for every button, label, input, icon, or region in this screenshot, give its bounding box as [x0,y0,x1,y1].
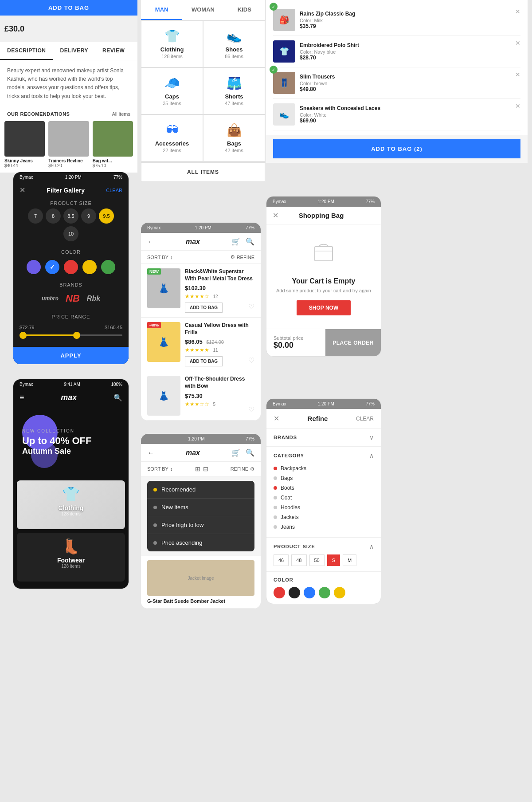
rf-size-m[interactable]: M [343,554,356,566]
sort-cart-icon[interactable]: 🛒 [231,448,240,457]
filter-close-icon[interactable]: ✕ [20,186,25,194]
rec-item-2[interactable]: Bag wit... $75.10 [93,121,133,168]
list-view-icon[interactable]: ⊟ [203,465,208,472]
add-to-bag-1[interactable]: ADD TO BAG [185,356,223,366]
sort-option-1[interactable]: New items [147,499,254,516]
recommendations-all-link[interactable]: All items [112,111,130,117]
cart-item-3[interactable]: 👟 Sneakers with Concealed Laces Color: W… [273,99,520,130]
rf-color-blue[interactable] [304,587,315,598]
range-thumb-left[interactable] [20,332,27,339]
gender-tab-woman[interactable]: WOMAN [182,0,223,20]
category-accessories[interactable]: 🕶 Accessories 22 items [141,115,203,161]
place-order-button[interactable]: PLACE ORDER [325,329,381,356]
rec-item-0[interactable]: Skinny Jeans $40.44 [4,121,45,168]
gender-tab-man[interactable]: MAN [141,0,182,20]
collection-search-icon[interactable]: 🔍 [113,393,122,402]
sort-back-icon[interactable]: ← [147,449,154,457]
filter-clear-button[interactable]: CLEAR [106,188,122,193]
brand-nb[interactable]: NB [66,293,80,304]
bomber-product-card[interactable]: Jacket image G-Star Batt Suede Bomber Ja… [141,556,261,609]
rf-clear-button[interactable]: CLEAR [356,416,374,422]
add-to-bag-0[interactable]: ADD TO BAG [185,303,223,313]
category-shorts[interactable]: 🩳 Shorts 47 items [203,68,265,114]
color-blue[interactable] [45,260,59,274]
rf-size-header[interactable]: PRODUCT SIZE ∧ [274,543,374,550]
rf-category-header[interactable]: CATEGORY ∧ [274,452,374,459]
sort-option-2[interactable]: Price high to low [147,516,254,534]
rf-brands-header[interactable]: BRANDS ∨ [274,434,374,441]
product-card-0[interactable]: NEW 👗 Black&White Superstar With Pearl M… [141,264,261,318]
rf-color-header[interactable]: COLOR [274,577,374,582]
color-green[interactable] [101,260,115,274]
rf-cat-0[interactable]: Backpacks [274,464,374,473]
cart-remove-3[interactable]: ✕ [515,102,520,110]
wishlist-0[interactable]: ♡ [248,303,254,311]
rf-size-s[interactable]: S [327,554,340,566]
gender-tab-kids[interactable]: KIDS [224,0,265,20]
color-yellow[interactable] [82,260,97,274]
cart-item-2[interactable]: ✓ 👖 Slim Trousers Color: brown $49.80 ✕ [273,67,520,99]
size-8-5[interactable]: 8.5 [63,208,78,224]
plp-search-icon[interactable]: 🔍 [246,237,254,246]
rf-cat-6[interactable]: Jeans [274,522,374,532]
rf-cat-1[interactable]: Bags [274,473,374,483]
plp-back-icon[interactable]: ← [147,238,154,246]
size-7[interactable]: 7 [28,208,43,224]
tab-review[interactable]: REVIEW [95,42,132,60]
cart-item-0[interactable]: ✓ 🎒 Rains Zip Classic Bag Color: Milk $3… [273,4,520,36]
category-shoes[interactable]: 👟 Shoes 86 items [203,21,265,67]
rf-cat-2[interactable]: Boots [274,483,374,493]
range-thumb-right[interactable] [73,332,80,339]
add-to-bag-top-button[interactable]: ADD TO BAG [0,0,137,16]
all-items-button[interactable]: ALL ITEMS [141,162,265,182]
plp-cart-icon[interactable]: 🛒 [231,237,240,246]
wishlist-2[interactable]: ♡ [248,405,254,414]
sort-search-icon[interactable]: 🔍 [246,448,254,457]
category-clothing[interactable]: 👕 Clothing 128 items [141,21,203,67]
apply-filter-button[interactable]: APPLY [13,347,129,364]
size-9[interactable]: 9 [81,208,96,224]
cart-remove-2[interactable]: ✕ [515,71,520,78]
size-8[interactable]: 8 [46,208,61,224]
collection-menu-icon[interactable]: ≡ [20,393,24,402]
cart-remove-0[interactable]: ✕ [515,8,520,15]
add-to-bag-main-button[interactable]: ADD TO BAG (2) [273,139,520,158]
product-card-2[interactable]: 👗 Off-The-Shoulder Dress with Bow $75.30… [141,371,261,421]
rf-size-48[interactable]: 48 [291,554,306,566]
rf-cat-3[interactable]: Coat [274,493,374,503]
rf-color-yellow[interactable] [334,587,345,598]
rec-item-1[interactable]: Trainers Revline $50.20 [48,121,89,168]
rf-color-red[interactable] [274,587,285,598]
refine-button[interactable]: ⚙ REFINE [231,254,254,260]
size-9-5[interactable]: 9.5 [99,208,114,224]
rf-close-icon[interactable]: ✕ [274,414,279,423]
footwear-category-card[interactable]: 👢 Footwear 128 items [17,533,125,582]
shop-now-button[interactable]: SHOP NOW [297,300,351,315]
brand-umbro[interactable]: umbro [42,295,59,302]
category-caps[interactable]: 🧢 Caps 35 items [141,68,203,114]
cart-item-1[interactable]: 👕 Embroidered Polo Shirt Color: Navy blu… [273,36,520,67]
tab-delivery[interactable]: DELIVERY [53,42,96,60]
sort-button[interactable]: SORT BY ↕ [147,255,172,260]
color-red[interactable] [64,260,78,274]
brand-reebok[interactable]: Rbk [87,295,100,303]
rf-cat-4[interactable]: Hoodies [274,503,374,512]
grid-view-icon[interactable]: ⊞ [195,465,200,472]
cart-remove-1[interactable]: ✕ [515,39,520,47]
sort-option-0[interactable]: Recomended [147,481,254,499]
rf-cat-5[interactable]: Jackets [274,512,374,522]
sort-option-3[interactable]: Price ascending [147,534,254,551]
rf-size-50[interactable]: 50 [309,554,325,566]
clothing-category-card[interactable]: 👕 Clothing 128 items [17,480,125,529]
product-card-1[interactable]: -40% 👗 Casual Yellow Dress with Frills $… [141,318,261,371]
size-10[interactable]: 10 [63,226,78,241]
rf-size-46[interactable]: 46 [274,554,289,566]
rf-color-black[interactable] [289,587,300,598]
category-bags[interactable]: 👜 Bags 42 items [203,115,265,161]
tab-description[interactable]: DESCRIPTION [0,42,53,60]
ec-close-icon[interactable]: ✕ [273,211,278,220]
color-purple[interactable] [27,260,41,274]
rf-color-green[interactable] [319,587,330,598]
sort-refine-button[interactable]: REFINE ⚙ [231,466,254,472]
wishlist-1[interactable]: ♡ [248,356,254,365]
